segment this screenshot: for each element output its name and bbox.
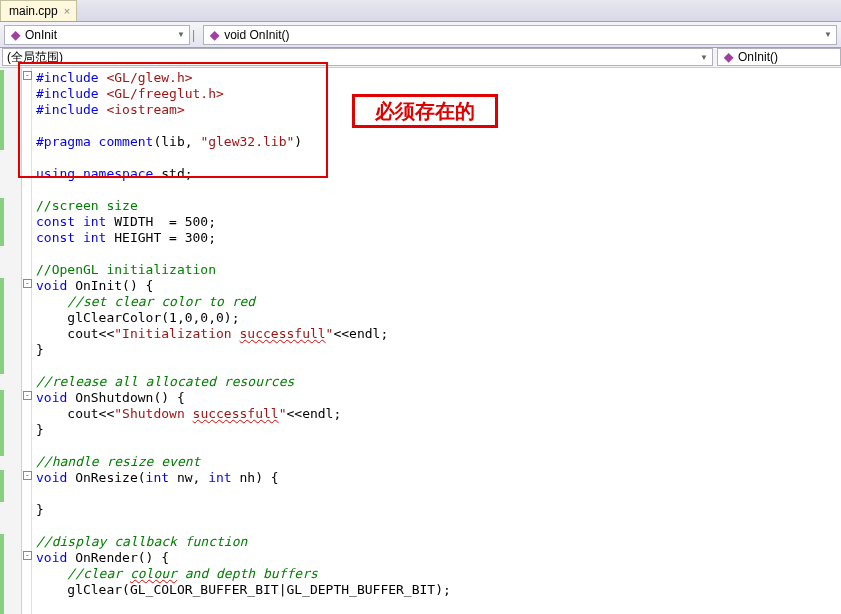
code-editor[interactable]: ----- #include <GL/glew.h>#include <GL/f… [0, 68, 841, 614]
code-line[interactable]: } [36, 502, 841, 518]
separator-icon: | [190, 28, 197, 42]
file-tab[interactable]: main.cpp × [0, 0, 77, 21]
code-line[interactable]: void OnInit() { [36, 278, 841, 294]
collapse-toggle[interactable]: - [23, 391, 32, 400]
highlight-box [18, 62, 328, 178]
code-line[interactable]: const int WIDTH = 500; [36, 214, 841, 230]
chevron-down-icon: ▼ [700, 53, 708, 62]
collapse-toggle[interactable]: - [23, 551, 32, 560]
close-icon[interactable]: × [64, 5, 70, 17]
code-line[interactable]: glClear(GL_COLOR_BUFFER_BIT|GL_DEPTH_BUF… [36, 582, 841, 598]
code-line[interactable]: //display callback function [36, 534, 841, 550]
code-line[interactable] [36, 358, 841, 374]
code-line[interactable]: glClearColor(1,0,0,0); [36, 310, 841, 326]
nav-scope-label: OnInit [25, 28, 57, 42]
change-bar [0, 534, 4, 614]
tab-bar: main.cpp × [0, 0, 841, 22]
code-line[interactable] [36, 438, 841, 454]
code-line[interactable]: void OnRender() { [36, 550, 841, 566]
code-line[interactable]: cout<<"Initialization successfull"<<endl… [36, 326, 841, 342]
method-icon: ◆ [9, 29, 21, 41]
change-bar [0, 278, 4, 374]
collapse-toggle[interactable]: - [23, 279, 32, 288]
code-line[interactable] [36, 518, 841, 534]
code-line[interactable]: } [36, 422, 841, 438]
code-line[interactable]: //screen size [36, 198, 841, 214]
change-bar [0, 390, 4, 456]
nav-member-label: void OnInit() [224, 28, 289, 42]
scope-right-label: OnInit() [738, 50, 778, 64]
method-icon: ◆ [208, 29, 220, 41]
annotation-label: 必须存在的 [352, 94, 498, 128]
code-line[interactable]: void OnShutdown() { [36, 390, 841, 406]
scope-right-dropdown[interactable]: ◆ OnInit() [717, 48, 841, 66]
code-line[interactable]: const int HEIGHT = 300; [36, 230, 841, 246]
navigation-bar: ◆ OnInit ▼ | ◆ void OnInit() ▼ [0, 22, 841, 48]
code-line[interactable]: //handle resize event [36, 454, 841, 470]
code-line[interactable] [36, 486, 841, 502]
code-line[interactable]: //OpenGL initialization [36, 262, 841, 278]
code-line[interactable] [36, 182, 841, 198]
change-bar [0, 470, 4, 502]
chevron-down-icon: ▼ [824, 30, 832, 39]
chevron-down-icon: ▼ [177, 30, 185, 39]
change-bar [0, 198, 4, 246]
nav-scope-dropdown[interactable]: ◆ OnInit ▼ [4, 25, 190, 45]
nav-member-dropdown[interactable]: ◆ void OnInit() ▼ [203, 25, 837, 45]
collapse-toggle[interactable]: - [23, 471, 32, 480]
method-icon: ◆ [722, 51, 734, 63]
code-line[interactable] [36, 246, 841, 262]
code-line[interactable]: } [36, 342, 841, 358]
change-bar [0, 70, 4, 150]
code-line[interactable]: void OnResize(int nw, int nh) { [36, 470, 841, 486]
tab-filename: main.cpp [9, 4, 58, 18]
code-line[interactable]: //clear colour and depth buffers [36, 566, 841, 582]
code-line[interactable]: //set clear color to red [36, 294, 841, 310]
code-line[interactable]: cout<<"Shutdown successfull"<<endl; [36, 406, 841, 422]
code-line[interactable]: //release all allocated resources [36, 374, 841, 390]
